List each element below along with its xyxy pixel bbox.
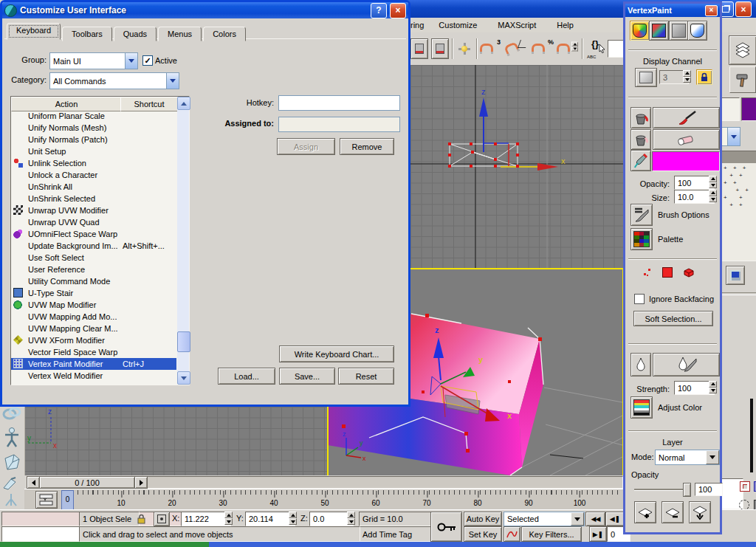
scroll-bar-dark[interactable] xyxy=(750,399,753,472)
toolbar-button-1[interactable] xyxy=(410,38,428,59)
vertex-color-display-shaded-button[interactable] xyxy=(630,21,650,41)
layer-opacity-slider-track[interactable] xyxy=(634,489,687,490)
spinner-snap-icon[interactable] xyxy=(557,38,579,59)
blue-cube-icon[interactable] xyxy=(752,480,756,493)
action-row[interactable]: UVW Mapping Clear M... xyxy=(11,323,176,334)
action-row[interactable]: Vector Field Space Warp xyxy=(11,346,176,358)
set-keys-button[interactable] xyxy=(430,512,462,542)
vertex-color-display-unshaded-button[interactable] xyxy=(649,21,669,41)
left-viewport[interactable]: z y x xyxy=(24,407,327,475)
soft-selection-button[interactable]: Soft Selection... xyxy=(633,311,713,326)
dialog-close-button[interactable]: × xyxy=(390,3,406,18)
time-slider-handle[interactable]: 0 / 100 xyxy=(39,476,135,489)
action-row[interactable]: Uniform Planar Scale xyxy=(11,110,176,122)
action-row[interactable]: Unlink Selection xyxy=(11,157,176,169)
modifier-stack[interactable]: + + + + ++ + + ++ + + + xyxy=(721,151,756,261)
new-layer-button[interactable] xyxy=(634,501,656,523)
menu-item-customize[interactable]: Customize xyxy=(428,19,487,31)
element-cube-icon[interactable] xyxy=(683,267,695,278)
assigned-to-field[interactable] xyxy=(278,117,400,132)
prev-frame-button[interactable]: ◀❚ xyxy=(605,512,625,526)
action-row[interactable]: UOmniFlect Space Warp xyxy=(11,228,176,240)
tab-keyboard[interactable]: Keyboard xyxy=(7,23,61,40)
y-spinner[interactable] xyxy=(289,512,297,525)
time-slider-prev-button[interactable] xyxy=(27,476,40,489)
named-selection-sets-icon[interactable]: {}ABC xyxy=(585,38,605,59)
absolute-mode-toggle[interactable] xyxy=(154,512,170,526)
modifier-list-dropdown[interactable] xyxy=(720,127,740,146)
channel-spinner[interactable] xyxy=(683,70,691,83)
palette-button[interactable] xyxy=(630,228,653,250)
layer-manager-button[interactable] xyxy=(729,35,756,65)
collapse-layers-button[interactable] xyxy=(689,501,711,523)
menu-item-partial[interactable]: ring xyxy=(409,19,428,31)
layer-opacity-slider-handle[interactable] xyxy=(683,483,691,497)
erase-all-button[interactable] xyxy=(630,129,651,150)
group-dropdown[interactable]: Main UI xyxy=(49,52,138,69)
tab-quads[interactable]: Quads xyxy=(114,27,157,41)
action-row[interactable]: UnShrink Selected xyxy=(11,193,176,204)
action-row[interactable]: User Reference xyxy=(11,264,176,275)
paint-color-swatch[interactable] xyxy=(652,151,720,171)
opacity-spinner[interactable] xyxy=(709,176,717,188)
strength-spinner[interactable] xyxy=(709,381,717,393)
eraser-button[interactable] xyxy=(653,129,720,150)
ignore-backfacing-checkbox[interactable] xyxy=(634,294,645,304)
action-column-header[interactable]: Action xyxy=(11,97,122,111)
write-keyboard-chart-button[interactable]: Write Keyboard Chart... xyxy=(279,345,394,362)
percent-snap-icon[interactable]: % xyxy=(532,38,554,59)
action-row[interactable]: Unwrap UVW Quad xyxy=(11,216,176,228)
stack-tool-button[interactable] xyxy=(726,266,745,285)
action-row[interactable]: Vertex Paint ModifierCtrl+J xyxy=(11,358,176,370)
action-row[interactable]: UVW XForm Modifier xyxy=(11,334,176,346)
object-color-swatch-light[interactable] xyxy=(720,97,740,121)
disable-vertex-color-button[interactable] xyxy=(669,21,689,41)
selection-lock-icon[interactable] xyxy=(137,513,146,524)
paint-brush-button[interactable] xyxy=(653,107,720,128)
reactor-ragdoll-icon[interactable] xyxy=(1,426,22,448)
action-row[interactable]: Use Soft Select xyxy=(11,252,176,264)
reset-button[interactable]: Reset xyxy=(338,368,394,385)
add-time-tag-box[interactable]: Add Time Tag xyxy=(359,526,434,542)
scroll-thumb[interactable] xyxy=(177,331,190,352)
action-row[interactable]: UnShrink All xyxy=(11,181,176,193)
x-coord-field[interactable]: 11.222 xyxy=(181,512,231,526)
vertexpaint-close-button[interactable]: × xyxy=(705,5,718,16)
next-frame-button[interactable]: ▶❚ xyxy=(589,526,607,542)
current-frame-marker[interactable]: 0 xyxy=(61,490,74,510)
key-mode-dropdown[interactable]: Selected xyxy=(504,512,585,526)
tab-toolbars[interactable]: Toolbars xyxy=(62,27,112,41)
curve-filter-button[interactable] xyxy=(504,526,520,542)
view-channel-toggle-button[interactable] xyxy=(687,21,707,41)
action-row[interactable]: Unlock a Character xyxy=(11,169,176,181)
red-wire-cube-icon[interactable] xyxy=(738,480,752,493)
paint-all-button[interactable] xyxy=(630,107,651,128)
reactor-rings-icon[interactable] xyxy=(1,405,22,424)
menu-item-help[interactable]: Help xyxy=(546,19,584,31)
delete-layer-button[interactable] xyxy=(662,501,684,523)
y-coord-field[interactable]: 20.114 xyxy=(245,512,295,526)
layer-mode-dropdown[interactable]: Normal xyxy=(655,450,720,465)
channel-cube-button[interactable] xyxy=(635,68,657,87)
size-spinner[interactable] xyxy=(709,190,717,202)
vertexpaint-titlebar[interactable]: VertexPaint × xyxy=(625,4,720,17)
action-row[interactable]: Unify Normals (Patch) xyxy=(11,134,176,145)
window-close-button[interactable]: × xyxy=(735,1,752,17)
list-scrollbar[interactable] xyxy=(177,97,189,383)
action-row[interactable]: Unwrap UVW Modifier xyxy=(11,204,176,216)
front-viewport[interactable]: z x xyxy=(410,65,624,268)
action-row[interactable]: Vertex Weld Modifier xyxy=(11,370,176,382)
action-row[interactable]: UVW Mapping Add Mo... xyxy=(11,311,176,323)
tab-menus[interactable]: Menus xyxy=(158,27,202,41)
hotkey-field[interactable] xyxy=(278,95,400,111)
time-slider-next-button[interactable] xyxy=(134,476,148,489)
menu-item-maxscript[interactable]: MAXScript xyxy=(487,19,546,31)
action-row[interactable]: Utility Command Mode xyxy=(11,275,176,287)
go-to-start-button[interactable]: ◀◀ xyxy=(585,512,605,526)
pick-color-button[interactable] xyxy=(630,150,651,171)
track-bar[interactable]: 0102030405060708090100 0 xyxy=(24,489,624,511)
adjust-color-button[interactable] xyxy=(630,396,653,419)
category-dropdown[interactable]: All Commands xyxy=(49,72,179,89)
face-square-icon[interactable] xyxy=(662,267,673,278)
shortcut-column-header[interactable]: Shortcut xyxy=(120,97,178,111)
